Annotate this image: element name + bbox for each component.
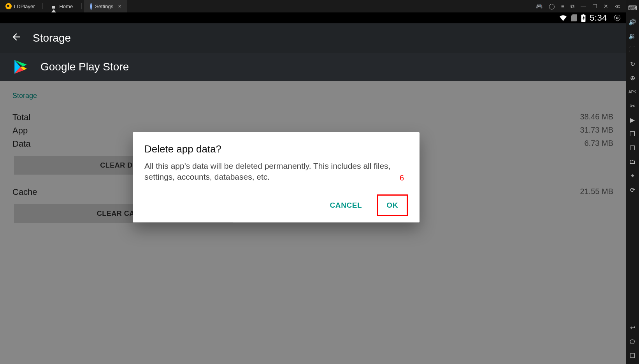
- row-value: 38.46 MB: [580, 112, 613, 122]
- svg-point-3: [614, 15, 620, 21]
- row-label: Data: [12, 139, 30, 149]
- tab-label: Home: [59, 4, 73, 9]
- row-value: 6.73 MB: [585, 139, 613, 149]
- row-label: App: [12, 126, 28, 136]
- annotation-number: 6: [400, 173, 404, 182]
- gear-icon: [90, 4, 92, 9]
- window-controls: 🎮 ◯ ≡ ⧉ — ☐ ✕ ≪: [530, 0, 626, 12]
- back-arrow-icon[interactable]: [11, 32, 22, 45]
- page-title: Storage: [33, 32, 71, 44]
- titlebar: LDPlayer Home Settings × 🎮 ◯ ≡ ⧉ — ☐ ✕: [0, 0, 626, 12]
- delete-app-data-dialog: Delete app data? All this app's data wil…: [133, 132, 420, 222]
- sync-icon[interactable]: ↻: [628, 60, 636, 68]
- dialog-title: Delete app data?: [144, 143, 408, 155]
- tab-settings[interactable]: Settings ×: [84, 0, 127, 12]
- content-area: Storage Total 38.46 MB App 31.73 MB Data…: [0, 81, 626, 364]
- volume-down-icon[interactable]: 🔉: [628, 32, 636, 40]
- pip-icon[interactable]: ⧉: [571, 3, 574, 10]
- wifi-icon: [559, 15, 567, 21]
- gps-icon[interactable]: ⌖: [628, 172, 636, 180]
- titlebar-divider: [81, 3, 82, 9]
- user-icon[interactable]: ◯: [549, 3, 555, 9]
- section-label-storage: Storage: [12, 92, 613, 100]
- keyboard-icon[interactable]: ⌨: [628, 4, 636, 12]
- row-total: Total 38.46 MB: [12, 111, 613, 124]
- tab-label: Settings: [95, 4, 113, 9]
- row-label: Total: [12, 112, 30, 122]
- page-header: Storage: [0, 23, 626, 53]
- fullscreen-icon[interactable]: ⛶: [628, 46, 636, 54]
- minimize-icon[interactable]: —: [581, 3, 586, 9]
- app-root: LDPlayer Home Settings × 🎮 ◯ ≡ ⧉ — ☐ ✕: [0, 0, 639, 364]
- apk-install-icon[interactable]: APK: [628, 88, 636, 96]
- play-controls-icon[interactable]: ▶: [628, 116, 636, 124]
- volume-up-icon[interactable]: 🔊: [628, 18, 636, 26]
- menu-icon[interactable]: ≡: [561, 3, 564, 9]
- close-window-icon[interactable]: ✕: [604, 3, 608, 9]
- cancel-button[interactable]: CANCEL: [325, 197, 368, 214]
- svg-rect-2: [583, 14, 584, 15]
- home-sys-icon[interactable]: ⬠: [628, 338, 636, 345]
- cut-icon[interactable]: ✂: [628, 102, 636, 110]
- multi-instance-icon[interactable]: ❐: [628, 130, 636, 138]
- row-value: 31.73 MB: [580, 126, 613, 136]
- settings-gear-icon[interactable]: [613, 14, 621, 22]
- brand: LDPlayer: [0, 3, 40, 9]
- home-icon: [51, 4, 56, 9]
- recents-sys-icon[interactable]: ☐: [628, 352, 636, 359]
- maximize-icon[interactable]: ☐: [592, 3, 597, 9]
- emulator-sidebar: ⌨ 🔊 🔉 ⛶ ↻ ⊕ APK ✂ ▶ ❐ ☐ 🗀 ⌖ ⟳ ↩ ⬠ ☐: [626, 0, 639, 364]
- ok-button[interactable]: OK: [377, 194, 408, 216]
- shared-folder-icon[interactable]: 🗀: [628, 158, 636, 166]
- dialog-actions: CANCEL OK: [144, 194, 408, 216]
- no-sim-icon: [571, 14, 577, 21]
- app-name: Google Play Store: [40, 61, 129, 73]
- row-value: 21.55 MB: [580, 187, 613, 197]
- ldplayer-logo-icon: [5, 3, 12, 9]
- battery-charging-icon: [581, 14, 586, 22]
- add-instance-icon[interactable]: ⊕: [628, 74, 636, 82]
- main-column: LDPlayer Home Settings × 🎮 ◯ ≡ ⧉ — ☐ ✕: [0, 0, 626, 364]
- settings-sidebar-icon[interactable]: ☐: [628, 144, 636, 152]
- dialog-body: All this app's data will be deleted perm…: [144, 161, 408, 183]
- app-header: Google Play Store: [0, 53, 626, 81]
- close-icon[interactable]: ×: [118, 3, 121, 9]
- gamepad-icon[interactable]: 🎮: [536, 3, 542, 9]
- android-statusbar: 5:34: [0, 12, 626, 23]
- rotate-icon[interactable]: ⟳: [628, 186, 636, 194]
- brand-label: LDPlayer: [14, 4, 35, 9]
- titlebar-divider: [42, 3, 43, 9]
- clock: 5:34: [590, 13, 607, 23]
- row-label: Cache: [12, 187, 37, 197]
- svg-point-4: [616, 17, 618, 19]
- play-store-icon: [12, 59, 29, 75]
- tab-home[interactable]: Home: [45, 0, 79, 12]
- back-sys-icon[interactable]: ↩: [628, 324, 636, 331]
- collapse-sidebar-icon[interactable]: ≪: [614, 3, 620, 9]
